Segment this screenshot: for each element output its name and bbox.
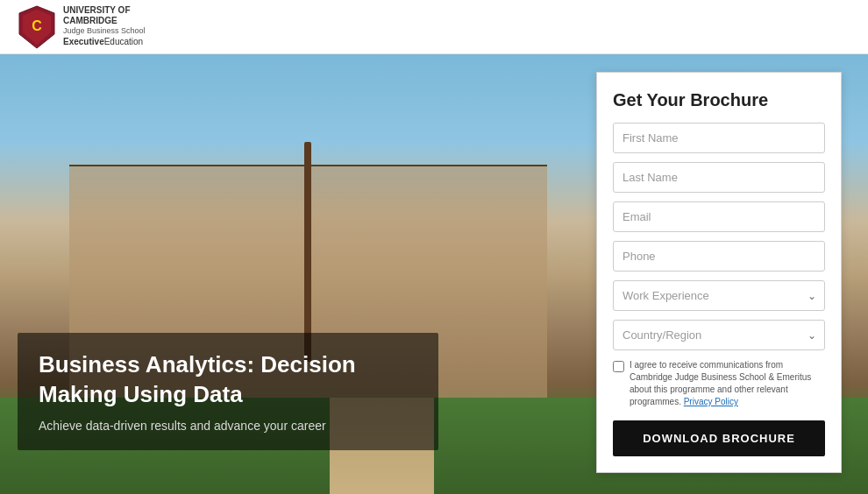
consent-text: I agree to receive communications from C… [630, 359, 825, 408]
logo-text: UNIVERSITY OF CAMBRIDGE Judge Business S… [63, 5, 146, 48]
hero-section: Business Analytics: Decision Making Usin… [0, 54, 868, 494]
hero-title: Business Analytics: Decision Making Usin… [39, 350, 417, 410]
exec-label: ExecutiveEducation [63, 36, 146, 48]
exec-normal: Education [104, 37, 143, 46]
country-region-select[interactable]: Country/Region United Kingdom United Sta… [613, 320, 825, 350]
university-name-line2: CAMBRIDGE [63, 16, 146, 26]
svg-text:C: C [32, 18, 42, 33]
brochure-form-panel: Get Your Brochure Work Experience 0-2 ye… [596, 72, 842, 473]
university-name-line1: UNIVERSITY OF [63, 5, 146, 16]
exec-bold: Executive [63, 37, 104, 46]
phone-input[interactable] [613, 241, 825, 272]
first-name-input[interactable] [613, 123, 825, 153]
panel-title: Get Your Brochure [613, 90, 825, 110]
cambridge-shield-icon: C [18, 4, 56, 50]
last-name-input[interactable] [613, 162, 825, 193]
download-brochure-button[interactable]: DOWNLOAD BROCHURE [613, 420, 825, 456]
hero-subtitle: Achieve data-driven results and advance … [39, 419, 417, 433]
site-header: C UNIVERSITY OF CAMBRIDGE Judge Business… [0, 0, 868, 54]
hero-text-overlay: Business Analytics: Decision Making Usin… [18, 333, 438, 450]
consent-row: I agree to receive communications from C… [613, 359, 825, 408]
tree-trunk [304, 142, 311, 362]
country-region-wrapper: Country/Region United Kingdom United Sta… [613, 320, 825, 350]
privacy-policy-link[interactable]: Privacy Policy [684, 397, 738, 406]
work-experience-wrapper: Work Experience 0-2 years 3-5 years 6-10… [613, 280, 825, 311]
email-input[interactable] [613, 201, 825, 232]
work-experience-select[interactable]: Work Experience 0-2 years 3-5 years 6-10… [613, 280, 825, 311]
consent-checkbox[interactable] [613, 361, 624, 372]
school-name: Judge Business School [63, 26, 146, 36]
